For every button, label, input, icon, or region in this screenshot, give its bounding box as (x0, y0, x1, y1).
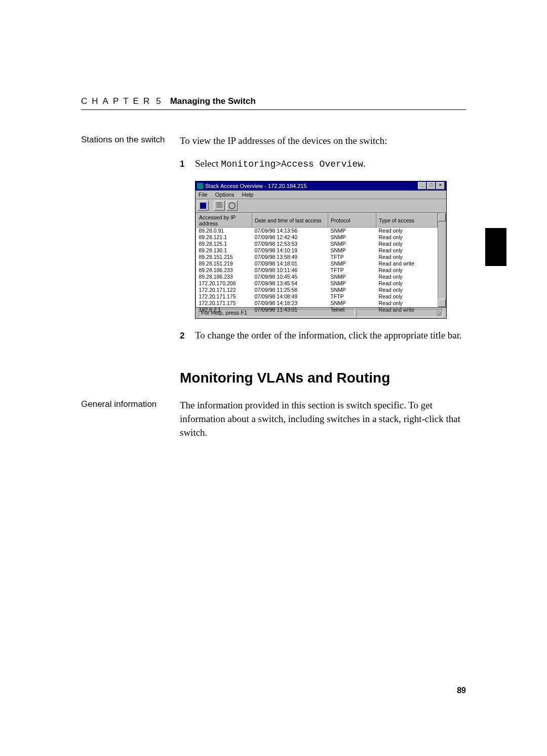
window-menubar: File Options Help (196, 191, 446, 199)
cell-dt: 07/09/98 13:58:49 (252, 254, 328, 260)
cell-dt: 07/09/98 12:42:40 (252, 234, 328, 241)
maximize-button[interactable]: □ (427, 182, 436, 190)
cell-ip: 172.20.171.175 (197, 300, 252, 307)
cell-pr: SNMP (328, 287, 376, 293)
cell-dt: 07/09/98 11:25:58 (252, 287, 328, 293)
cell-ty: Read only (376, 280, 438, 287)
cell-ty: Read only (376, 267, 438, 274)
app-icon (197, 183, 203, 189)
table-body: 89.28.0.9107/09/98 14:13:56SNMPRead only… (197, 227, 438, 313)
col-header-protocol[interactable]: Protocol (328, 213, 376, 227)
table-row[interactable]: 172.20.171.12207/09/98 11:25:58SNMPRead … (197, 287, 438, 293)
menu-options[interactable]: Options (215, 192, 235, 198)
cell-pr: SNMP (328, 300, 376, 307)
cell-ip: 89.28.125.1 (197, 241, 252, 247)
cell-pr: SNMP (328, 241, 376, 247)
col-header-type[interactable]: Type of access (376, 213, 438, 227)
cell-ip: 89.28.0.91 (197, 227, 252, 234)
access-table: Accessed by IP address Date and time of … (196, 213, 438, 313)
cell-dt: 07/09/98 14:18:23 (252, 300, 328, 307)
step-1-mono: Monitoring>Access Overview (221, 159, 363, 169)
page: CHAPTER 5 Managing the Switch Stations o… (0, 0, 547, 439)
cell-ip: 172.20.171.122 (197, 287, 252, 293)
resize-grip-icon[interactable] (436, 310, 442, 316)
cell-ip: 89.28.186.233 (197, 274, 252, 280)
step-1: 1 Select Monitoring>Access Overview. (180, 157, 466, 171)
row-general: General information The information prov… (81, 399, 466, 439)
cell-dt: 07/09/98 10:45:45 (252, 274, 328, 280)
window-toolbar (196, 199, 446, 213)
table-row[interactable]: 172.20.171.17507/09/98 14:18:23SNMPRead … (197, 300, 438, 307)
running-header: CHAPTER 5 Managing the Switch (81, 96, 466, 110)
table-row[interactable]: 89.28.0.9107/09/98 14:13:56SNMPRead only (197, 227, 438, 234)
table-row[interactable]: 89.28.151.21907/09/98 14:18:01SNMPRead a… (197, 260, 438, 267)
table-row[interactable]: 89.28.151.21507/09/98 13:58:49TFTPRead o… (197, 254, 438, 260)
col-header-ip[interactable]: Accessed by IP address (197, 213, 252, 227)
cell-pr: SNMP (328, 227, 376, 234)
chapter-title: Managing the Switch (170, 96, 256, 106)
cell-dt: 07/09/98 14:10:19 (252, 247, 328, 254)
cell-ip: 192.8.2.1 (197, 307, 252, 313)
cell-ty: Read only (376, 247, 438, 254)
cell-ip: 89.28.121.1 (197, 234, 252, 241)
body-intro: To view the IP addresses of the devices … (180, 134, 466, 171)
table-row[interactable]: 89.28.186.23307/09/98 10:11:46TFTPRead o… (197, 267, 438, 274)
table-row[interactable]: 172.20.171.17507/09/98 14:08:49TFTPRead … (197, 293, 438, 300)
table-header-row: Accessed by IP address Date and time of … (197, 213, 438, 227)
cell-pr: TFTP (328, 254, 376, 260)
grid-icon[interactable] (214, 201, 225, 211)
cell-ip: 172.20.170.208 (197, 280, 252, 287)
table-row[interactable]: 172.20.170.20807/09/98 13:45:54SNMPRead … (197, 280, 438, 287)
close-button[interactable]: × (436, 182, 445, 190)
step-1-text: Select Monitoring>Access Overview. (195, 157, 466, 171)
cell-ip: 89.28.151.219 (197, 260, 252, 267)
row-step2: 2 To change the order of the information… (81, 329, 466, 343)
step-1-num: 1 (180, 157, 195, 171)
cell-pr: SNMP (328, 274, 376, 280)
step-2-num: 2 (180, 329, 195, 343)
table-row[interactable]: 89.28.130.107/09/98 14:10:19SNMPRead onl… (197, 247, 438, 254)
margin-note-general: General information (81, 399, 180, 410)
window-title-text: Stack Access Overview - 172.20.184.215 (205, 183, 418, 189)
cell-pr: TFTP (328, 267, 376, 274)
menu-help[interactable]: Help (242, 192, 254, 198)
window-buttons: _ □ × (418, 182, 445, 190)
cell-ty: Read and write (376, 260, 438, 267)
thumb-tab (485, 228, 506, 266)
step-2: 2 To change the order of the information… (180, 329, 466, 343)
table-row[interactable]: 89.28.121.107/09/98 12:42:40SNMPRead onl… (197, 234, 438, 241)
body-step2: 2 To change the order of the information… (180, 329, 466, 343)
body-general: The information provided in this section… (180, 399, 466, 439)
cell-pr: SNMP (328, 260, 376, 267)
section-heading: Monitoring VLANs and Routing (180, 370, 466, 386)
cell-ty: Read only (376, 274, 438, 280)
cell-ty: Read only (376, 293, 438, 300)
zoom-icon[interactable] (226, 201, 238, 211)
cell-dt: 07/09/98 12:53:53 (252, 241, 328, 247)
cell-ty: Read only (376, 234, 438, 241)
save-icon[interactable] (198, 201, 209, 211)
embedded-screenshot: Stack Access Overview - 172.20.184.215 _… (195, 181, 466, 319)
cell-pr: TFTP (328, 293, 376, 300)
margin-note-stations: Stations on the switch (81, 134, 180, 146)
cell-dt: 07/09/98 10:11:46 (252, 267, 328, 274)
cell-pr: SNMP (328, 247, 376, 254)
cell-ty: Read only (376, 254, 438, 260)
table-row[interactable]: 89.28.125.107/09/98 12:53:53SNMPRead onl… (197, 241, 438, 247)
step-1-prefix: Select (195, 158, 221, 169)
intro-text: To view the IP addresses of the devices … (180, 135, 387, 146)
window-stack-access: Stack Access Overview - 172.20.184.215 _… (195, 181, 447, 319)
step-2-text: To change the order of the information, … (195, 329, 466, 343)
table-area: Accessed by IP address Date and time of … (196, 213, 446, 308)
table-row[interactable]: 89.28.186.23307/09/98 10:45:45SNMPRead o… (197, 274, 438, 280)
window-titlebar[interactable]: Stack Access Overview - 172.20.184.215 _… (196, 181, 446, 191)
col-header-date[interactable]: Date and time of last access (252, 213, 328, 227)
cell-pr: SNMP (328, 234, 376, 241)
cell-pr: SNMP (328, 280, 376, 287)
menu-file[interactable]: File (199, 192, 208, 198)
cell-dt: 07/09/98 11:43:01 (252, 307, 328, 313)
minimize-button[interactable]: _ (418, 182, 426, 190)
cell-dt: 07/09/98 14:08:49 (252, 293, 328, 300)
vertical-scrollbar[interactable] (438, 213, 446, 307)
chapter-number: 5 (156, 96, 161, 106)
